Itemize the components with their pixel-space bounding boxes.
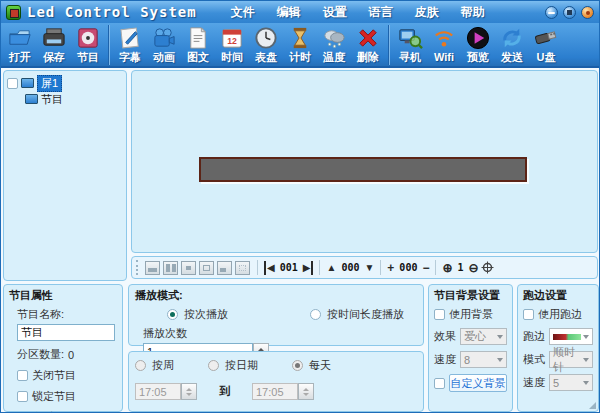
end-time-input[interactable] (252, 383, 298, 400)
last-page-button[interactable]: ▶ (303, 261, 314, 275)
rows-value: 000 (341, 262, 359, 273)
toolbar-button-open[interactable]: 打开 (3, 24, 37, 64)
play-by-duration-label[interactable]: 按时间长度播放 (327, 307, 404, 322)
minimize-button[interactable] (545, 6, 558, 19)
controls-separator (257, 260, 258, 275)
toolbar-button-find-device[interactable]: 寻机 (393, 24, 427, 64)
tree-item-screen1-label[interactable]: 屏1 (37, 75, 62, 92)
tree-item-screen1[interactable]: 屏1 (7, 75, 123, 91)
toolbar-button-save[interactable]: 保存 (37, 24, 71, 64)
subtitle-icon (117, 25, 143, 51)
dropdown-arrow-icon (583, 381, 589, 385)
toolbar-button-timer[interactable]: 计时 (283, 24, 317, 64)
daily-radio[interactable] (292, 360, 303, 371)
use-background-checkbox[interactable] (434, 309, 445, 320)
layout-split-button-5[interactable] (217, 261, 232, 275)
move-down-button[interactable]: ▼ (364, 261, 374, 275)
toolbar-label: 表盘 (255, 51, 277, 64)
end-time-spinner[interactable] (298, 383, 314, 400)
resize-grip[interactable] (589, 402, 596, 409)
use-background-option[interactable]: 使用背景 (434, 307, 507, 322)
led-screen-preview[interactable] (199, 157, 527, 182)
program-name-label: 节目名称: (17, 307, 64, 322)
play-by-count-label[interactable]: 按次播放 (184, 307, 228, 322)
menu-settings[interactable]: 设置 (323, 4, 347, 21)
close-program-option[interactable]: 关闭节目 (17, 368, 117, 383)
close-button[interactable] (581, 6, 594, 19)
daily-label[interactable]: 每天 (309, 358, 331, 373)
toolbar-button-time[interactable]: 12 时间 (215, 24, 249, 64)
dropdown-arrow-icon (497, 358, 503, 362)
use-border-label: 使用跑边 (538, 307, 582, 322)
svg-text:12: 12 (227, 36, 237, 46)
tree-item-program-label[interactable]: 节目 (41, 92, 63, 107)
use-border-checkbox[interactable] (523, 309, 534, 320)
toolbar-label: 预览 (467, 51, 489, 64)
toolbar-button-delete[interactable]: 删除 (351, 24, 385, 64)
maximize-button[interactable] (563, 6, 576, 19)
toolbar-button-send[interactable]: 发送 (495, 24, 529, 64)
play-by-duration-radio[interactable] (310, 309, 321, 320)
by-date-radio[interactable] (208, 360, 219, 371)
layout-split-button-4[interactable] (199, 261, 214, 275)
lock-program-option[interactable]: 锁定节目 (17, 389, 117, 404)
weekly-label[interactable]: 按周 (152, 358, 174, 373)
by-date-label[interactable]: 按日期 (225, 358, 258, 373)
zoom-out-button[interactable]: ⊖ (469, 261, 479, 275)
center-view-icon[interactable] (481, 261, 494, 274)
program-name-input[interactable] (17, 324, 115, 341)
toolbar-button-usb[interactable]: U盘 (529, 24, 563, 64)
start-time-input[interactable] (135, 383, 181, 400)
use-border-option[interactable]: 使用跑边 (523, 307, 593, 322)
border-style-select[interactable] (549, 328, 593, 345)
custom-background-button[interactable]: 自定义背景 (449, 374, 507, 392)
wifi-icon (431, 25, 457, 51)
toolbar-button-wifi[interactable]: Wifi (427, 24, 461, 64)
lock-program-checkbox[interactable] (17, 391, 28, 402)
toolbar-label: 动画 (153, 51, 175, 64)
menu-help[interactable]: 帮助 (461, 4, 485, 21)
toolbar-button-animation[interactable]: 动画 (147, 24, 181, 64)
main-toolbar: 打开 保存 节目 字幕 动画 图文 12 时间 表盘 (1, 23, 599, 68)
graphic-text-icon (185, 25, 211, 51)
toolbar-button-program[interactable]: 节目 (71, 24, 105, 64)
layout-split-button-2[interactable] (163, 261, 178, 275)
layout-split-button-3[interactable] (181, 261, 196, 275)
close-program-checkbox[interactable] (17, 370, 28, 381)
move-up-button[interactable]: ▲ (326, 261, 336, 275)
border-speed-label: 速度 (523, 375, 545, 390)
toolbar-label: 保存 (43, 51, 65, 64)
screen1-checkbox[interactable] (7, 78, 18, 89)
menu-skin[interactable]: 皮肤 (415, 4, 439, 21)
border-mode-select[interactable]: 顺时针 (549, 351, 593, 368)
dropdown-arrow-icon (583, 335, 589, 339)
toolbar-label: 删除 (357, 51, 379, 64)
start-time-spinner[interactable] (181, 383, 197, 400)
effect-select[interactable]: 爱心 (460, 328, 507, 345)
play-by-count-radio[interactable] (167, 309, 178, 320)
first-page-button[interactable]: ◀ (264, 261, 275, 275)
custom-background-checkbox[interactable] (434, 378, 445, 389)
border-settings-panel: 跑边设置 使用跑边 跑边 模式 顺时针 速度 5 (517, 284, 599, 412)
weekly-radio[interactable] (135, 360, 146, 371)
toolbar-button-graphic-text[interactable]: 图文 (181, 24, 215, 64)
screen-icon (21, 78, 34, 88)
toolbar-button-subtitle[interactable]: 字幕 (113, 24, 147, 64)
toolbar-button-temperature[interactable]: 温度 (317, 24, 351, 64)
menu-language[interactable]: 语言 (369, 4, 393, 21)
border-speed-select[interactable]: 5 (549, 374, 593, 391)
toolbar-button-dial[interactable]: 表盘 (249, 24, 283, 64)
zoom-in-button[interactable]: ⊕ (442, 261, 452, 275)
subtract-button[interactable]: − (422, 261, 429, 275)
layout-split-button-6[interactable] (235, 261, 250, 275)
add-button[interactable]: + (387, 261, 394, 275)
toolbar-separator (388, 25, 390, 65)
toolbar-button-preview[interactable]: 预览 (461, 24, 495, 64)
drag-handle[interactable] (136, 260, 140, 275)
menu-edit[interactable]: 编辑 (277, 4, 301, 21)
bg-speed-select[interactable]: 8 (460, 351, 507, 368)
menu-file[interactable]: 文件 (231, 4, 255, 21)
dropdown-arrow-icon (583, 358, 589, 362)
layout-split-button-1[interactable] (145, 261, 160, 275)
tree-item-program[interactable]: 节目 (25, 91, 123, 107)
